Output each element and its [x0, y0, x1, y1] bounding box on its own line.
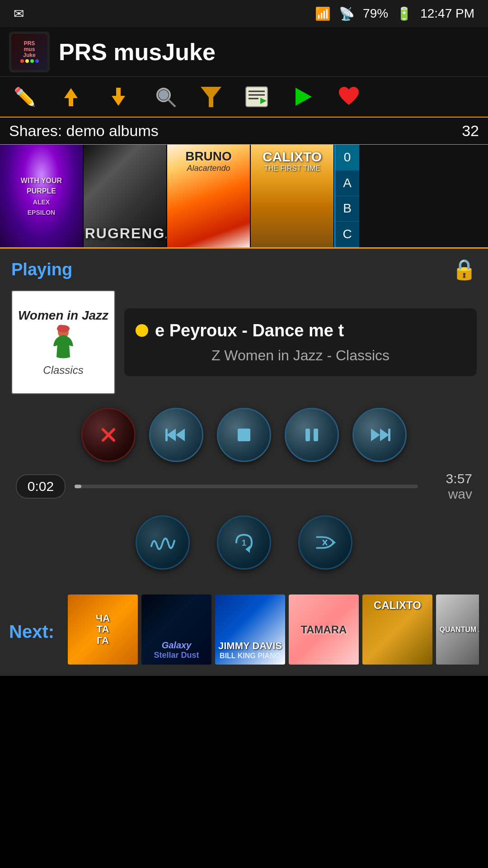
svg-marker-29 — [332, 539, 336, 546]
progress-fill — [75, 485, 81, 488]
fastforward-button[interactable] — [352, 408, 407, 462]
search-button[interactable] — [154, 85, 177, 108]
current-time[interactable]: 0:02 — [16, 474, 66, 499]
svg-text:1: 1 — [242, 538, 246, 547]
time-right: 3:57 wav — [427, 471, 472, 502]
svg-point-3 — [159, 90, 169, 100]
play-button[interactable] — [291, 85, 314, 108]
album-art[interactable]: Women in Jazz Classics — [11, 290, 115, 394]
album-art-title: Women in Jazz — [18, 308, 108, 323]
svg-marker-16 — [176, 429, 185, 441]
shares-label: Shares: demo albums — [9, 122, 159, 140]
svg-marker-23 — [380, 429, 389, 441]
svg-rect-20 — [305, 429, 310, 441]
next-label: Next: — [9, 622, 59, 642]
close-button[interactable] — [81, 408, 136, 462]
next-strip: ЧАТАГА Galaxy Stellar Dust JIMMY DAVIS B… — [68, 594, 479, 669]
jazz-figure — [45, 323, 81, 364]
album-strip: WITH YOUR PURPLE ALEX EPSILON BRUGRENGA … — [0, 145, 488, 249]
stop-button[interactable] — [217, 408, 271, 462]
svg-rect-18 — [165, 429, 168, 441]
file-format: wav — [448, 486, 472, 502]
battery-text: 79% — [363, 6, 388, 21]
repeat-one-button[interactable]: 1 — [217, 515, 271, 570]
track-playing-row: e Peyroux - Dance me t — [136, 321, 465, 340]
pause-button[interactable] — [285, 408, 339, 462]
next-album-4[interactable]: CALIXTO — [362, 594, 432, 665]
charging-icon: 🔋 — [396, 6, 412, 21]
track-info-box: e Peyroux - Dance me t Z Women in Jazz -… — [124, 308, 477, 376]
email-icon: ✉ — [14, 6, 24, 21]
transport-controls — [11, 408, 477, 462]
playing-label: Playing — [11, 260, 72, 279]
album-thumb-0[interactable]: WITH YOUR PURPLE ALEX EPSILON — [0, 145, 84, 249]
index-0[interactable]: 0 — [335, 145, 359, 170]
app-title: PRS musJuke — [59, 38, 216, 66]
album-thumb-2[interactable]: BRUNO Alacartendo — [167, 145, 251, 249]
svg-rect-6 — [246, 87, 267, 107]
next-album-0[interactable]: ЧАТАГА — [68, 594, 138, 665]
rewind-button[interactable] — [149, 408, 203, 462]
next-section: Next: ЧАТАГА Galaxy Stellar Dust JIMMY D… — [0, 588, 488, 676]
album-subtitle-3: THE FIRST TIME — [264, 165, 320, 173]
signal-icon: 📡 — [339, 6, 355, 21]
album-index: 0 A B C — [334, 145, 359, 247]
album-thumb-1[interactable]: BRUGRENGA — [84, 145, 167, 249]
toolbar: ✏️ — [0, 77, 488, 118]
album-title-2a: BRUNO — [185, 149, 232, 164]
svg-marker-1 — [112, 88, 125, 106]
album-title-1: BRUGRENGA — [84, 225, 167, 242]
index-c[interactable]: C — [335, 222, 359, 247]
time-display: 12:47 PM — [420, 6, 474, 21]
shares-bar: Shares: demo albums 32 — [0, 118, 488, 145]
svg-marker-22 — [371, 429, 380, 441]
playlist-button[interactable] — [245, 85, 268, 108]
extra-controls: 1 — [11, 515, 477, 570]
next-album-2[interactable]: JIMMY DAVIS BILL KING PIANO — [215, 594, 285, 665]
playing-header: Playing 🔒 — [11, 258, 477, 281]
album-title-2b: Alacartendo — [187, 164, 230, 173]
album-thumb-3[interactable]: CALIXTO THE FIRST TIME — [251, 145, 334, 249]
svg-marker-17 — [167, 429, 176, 441]
svg-rect-19 — [238, 429, 250, 441]
album-title-3: CALIXTO — [263, 149, 322, 165]
svg-line-4 — [168, 99, 175, 107]
album-title-0: WITH YOUR PURPLE ALEX EPSILON — [21, 175, 62, 218]
next-album-3[interactable]: TAMARA — [289, 594, 359, 665]
svg-marker-0 — [64, 88, 78, 106]
index-b[interactable]: B — [335, 196, 359, 222]
index-a[interactable]: A — [335, 170, 359, 196]
track-album: Z Women in Jazz - Classics — [136, 347, 465, 364]
app-logo[interactable]: PRSmusJuke — [9, 32, 50, 72]
upload-button[interactable] — [106, 85, 131, 109]
svg-rect-24 — [388, 429, 390, 441]
svg-marker-5 — [201, 87, 221, 107]
next-album-1[interactable]: Galaxy Stellar Dust — [141, 594, 211, 665]
filter-button[interactable] — [200, 85, 222, 109]
wifi-icon: 📶 — [315, 6, 331, 21]
playing-section: Playing 🔒 Women in Jazz Classics — [0, 249, 488, 588]
playing-indicator — [136, 324, 148, 337]
download-button[interactable] — [59, 85, 84, 109]
lock-icon[interactable]: 🔒 — [452, 258, 477, 281]
app-header: PRSmusJuke PRS musJuke — [0, 27, 488, 77]
shuffle-button[interactable] — [298, 515, 352, 570]
progress-area: 0:02 3:57 wav — [11, 471, 477, 502]
now-playing-content: Women in Jazz Classics e Peyroux - Danc — [11, 290, 477, 394]
album-art-subtitle: Classics — [43, 364, 83, 377]
svg-marker-11 — [296, 88, 312, 106]
total-time: 3:57 — [446, 471, 472, 486]
equalizer-button[interactable] — [136, 515, 190, 570]
edit-button[interactable]: ✏️ — [14, 86, 36, 108]
status-bar: ✉ 📶 📡 79% 🔋 12:47 PM — [0, 0, 488, 27]
heart-button[interactable] — [337, 85, 361, 108]
progress-track[interactable] — [75, 485, 418, 488]
track-name: e Peyroux - Dance me t — [155, 321, 344, 340]
svg-rect-21 — [314, 429, 318, 441]
shares-count: 32 — [462, 122, 479, 140]
next-album-5[interactable]: QUANTUM AGE XI — [436, 594, 479, 665]
